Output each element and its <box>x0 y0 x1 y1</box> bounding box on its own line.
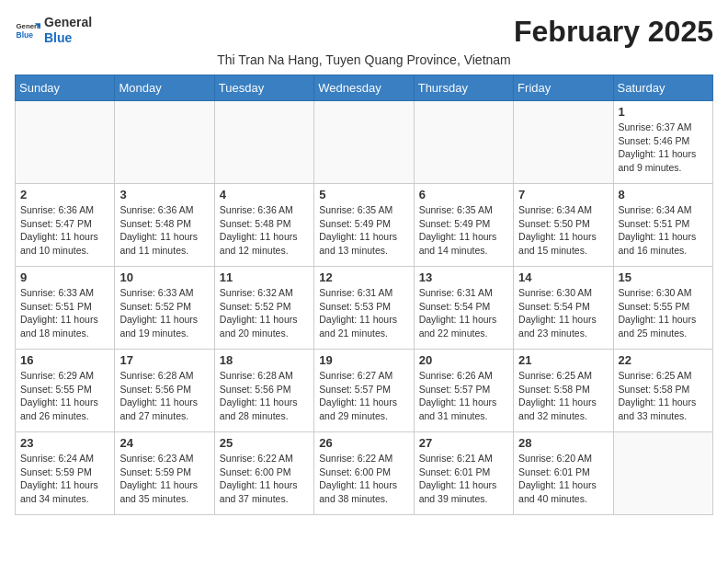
day-number: 24 <box>119 436 209 450</box>
day-number: 22 <box>619 353 708 367</box>
day-number: 4 <box>220 188 309 201</box>
calendar-cell <box>314 101 414 184</box>
calendar-cell: 15Sunrise: 6:30 AM Sunset: 5:55 PM Dayli… <box>613 267 712 350</box>
day-info: Sunrise: 6:32 AM Sunset: 5:52 PM Dayligh… <box>220 286 309 340</box>
day-info: Sunrise: 6:28 AM Sunset: 5:56 PM Dayligh… <box>220 369 309 423</box>
day-info: Sunrise: 6:23 AM Sunset: 5:59 PM Dayligh… <box>119 452 209 506</box>
header-thursday: Thursday <box>414 75 513 101</box>
calendar-cell: 2Sunrise: 6:36 AM Sunset: 5:47 PM Daylig… <box>16 184 115 267</box>
calendar-cell <box>414 101 513 184</box>
day-info: Sunrise: 6:25 AM Sunset: 5:58 PM Dayligh… <box>619 369 708 423</box>
header-friday: Friday <box>514 75 613 101</box>
day-number: 26 <box>319 436 408 450</box>
day-info: Sunrise: 6:22 AM Sunset: 6:00 PM Dayligh… <box>319 452 408 506</box>
calendar-cell: 20Sunrise: 6:26 AM Sunset: 5:57 PM Dayli… <box>414 350 513 432</box>
day-info: Sunrise: 6:20 AM Sunset: 6:01 PM Dayligh… <box>518 452 608 506</box>
day-number: 13 <box>419 270 508 284</box>
day-info: Sunrise: 6:35 AM Sunset: 5:49 PM Dayligh… <box>319 203 408 258</box>
day-number: 3 <box>119 188 209 201</box>
day-info: Sunrise: 6:33 AM Sunset: 5:51 PM Dayligh… <box>20 286 109 340</box>
week-row-3: 9Sunrise: 6:33 AM Sunset: 5:51 PM Daylig… <box>16 267 713 350</box>
day-number: 18 <box>220 353 309 367</box>
calendar-cell: 28Sunrise: 6:20 AM Sunset: 6:01 PM Dayli… <box>514 432 613 515</box>
calendar-cell: 12Sunrise: 6:31 AM Sunset: 5:53 PM Dayli… <box>314 267 414 350</box>
day-info: Sunrise: 6:29 AM Sunset: 5:55 PM Dayligh… <box>20 369 109 423</box>
calendar-cell: 16Sunrise: 6:29 AM Sunset: 5:55 PM Dayli… <box>16 350 115 432</box>
calendar: SundayMondayTuesdayWednesdayThursdayFrid… <box>15 75 713 515</box>
week-row-4: 16Sunrise: 6:29 AM Sunset: 5:55 PM Dayli… <box>16 350 713 432</box>
day-number: 28 <box>518 436 608 450</box>
calendar-cell: 13Sunrise: 6:31 AM Sunset: 5:54 PM Dayli… <box>414 267 513 350</box>
day-number: 8 <box>619 188 708 201</box>
day-info: Sunrise: 6:35 AM Sunset: 5:49 PM Dayligh… <box>419 203 508 258</box>
calendar-cell: 14Sunrise: 6:30 AM Sunset: 5:54 PM Dayli… <box>514 267 613 350</box>
week-row-5: 23Sunrise: 6:24 AM Sunset: 5:59 PM Dayli… <box>16 432 713 515</box>
day-number: 7 <box>518 188 608 201</box>
header-saturday: Saturday <box>613 75 712 101</box>
calendar-cell: 7Sunrise: 6:34 AM Sunset: 5:50 PM Daylig… <box>514 184 613 267</box>
logo-general: General <box>44 15 92 29</box>
logo-icon: General Blue <box>15 17 40 43</box>
day-number: 6 <box>419 188 508 201</box>
day-number: 27 <box>419 436 508 450</box>
month-title: February 2025 <box>514 15 713 49</box>
day-info: Sunrise: 6:34 AM Sunset: 5:50 PM Dayligh… <box>518 203 608 258</box>
calendar-cell <box>115 101 214 184</box>
logo-blue: Blue <box>44 30 72 45</box>
logo: General Blue General Blue <box>15 15 92 46</box>
calendar-cell: 3Sunrise: 6:36 AM Sunset: 5:48 PM Daylig… <box>115 184 214 267</box>
header-tuesday: Tuesday <box>214 75 313 101</box>
day-number: 23 <box>20 436 109 450</box>
week-row-1: 1Sunrise: 6:37 AM Sunset: 5:46 PM Daylig… <box>16 101 713 184</box>
day-info: Sunrise: 6:34 AM Sunset: 5:51 PM Dayligh… <box>619 203 708 258</box>
week-row-2: 2Sunrise: 6:36 AM Sunset: 5:47 PM Daylig… <box>16 184 713 267</box>
calendar-cell: 5Sunrise: 6:35 AM Sunset: 5:49 PM Daylig… <box>314 184 414 267</box>
day-number: 17 <box>119 353 209 367</box>
header-wednesday: Wednesday <box>314 75 414 101</box>
day-info: Sunrise: 6:30 AM Sunset: 5:55 PM Dayligh… <box>619 286 708 340</box>
day-number: 9 <box>20 270 109 284</box>
day-info: Sunrise: 6:30 AM Sunset: 5:54 PM Dayligh… <box>518 286 608 340</box>
calendar-cell: 27Sunrise: 6:21 AM Sunset: 6:01 PM Dayli… <box>414 432 513 515</box>
day-info: Sunrise: 6:31 AM Sunset: 5:53 PM Dayligh… <box>319 286 408 340</box>
day-number: 1 <box>619 105 708 119</box>
day-number: 11 <box>220 270 309 284</box>
day-number: 10 <box>119 270 209 284</box>
calendar-cell: 11Sunrise: 6:32 AM Sunset: 5:52 PM Dayli… <box>214 267 313 350</box>
day-number: 20 <box>419 353 508 367</box>
day-number: 5 <box>319 188 408 201</box>
calendar-cell <box>613 432 712 515</box>
day-info: Sunrise: 6:25 AM Sunset: 5:58 PM Dayligh… <box>518 369 608 423</box>
calendar-cell: 8Sunrise: 6:34 AM Sunset: 5:51 PM Daylig… <box>613 184 712 267</box>
day-number: 25 <box>220 436 309 450</box>
calendar-cell: 21Sunrise: 6:25 AM Sunset: 5:58 PM Dayli… <box>514 350 613 432</box>
day-info: Sunrise: 6:36 AM Sunset: 5:47 PM Dayligh… <box>20 203 109 258</box>
calendar-cell: 9Sunrise: 6:33 AM Sunset: 5:51 PM Daylig… <box>16 267 115 350</box>
day-number: 21 <box>518 353 608 367</box>
day-number: 14 <box>518 270 608 284</box>
calendar-cell: 10Sunrise: 6:33 AM Sunset: 5:52 PM Dayli… <box>115 267 214 350</box>
calendar-cell: 19Sunrise: 6:27 AM Sunset: 5:57 PM Dayli… <box>314 350 414 432</box>
day-info: Sunrise: 6:36 AM Sunset: 5:48 PM Dayligh… <box>119 203 209 258</box>
subtitle: Thi Tran Na Hang, Tuyen Quang Province, … <box>15 52 713 67</box>
calendar-cell: 6Sunrise: 6:35 AM Sunset: 5:49 PM Daylig… <box>414 184 513 267</box>
calendar-cell: 25Sunrise: 6:22 AM Sunset: 6:00 PM Dayli… <box>214 432 313 515</box>
calendar-cell: 4Sunrise: 6:36 AM Sunset: 5:48 PM Daylig… <box>214 184 313 267</box>
day-info: Sunrise: 6:24 AM Sunset: 5:59 PM Dayligh… <box>20 452 109 506</box>
day-info: Sunrise: 6:28 AM Sunset: 5:56 PM Dayligh… <box>119 369 209 423</box>
day-info: Sunrise: 6:36 AM Sunset: 5:48 PM Dayligh… <box>220 203 309 258</box>
day-info: Sunrise: 6:27 AM Sunset: 5:57 PM Dayligh… <box>319 369 408 423</box>
calendar-cell: 17Sunrise: 6:28 AM Sunset: 5:56 PM Dayli… <box>115 350 214 432</box>
calendar-cell <box>214 101 313 184</box>
logo-text: General Blue <box>44 15 92 46</box>
day-info: Sunrise: 6:33 AM Sunset: 5:52 PM Dayligh… <box>119 286 209 340</box>
day-number: 19 <box>319 353 408 367</box>
header-sunday: Sunday <box>16 75 115 101</box>
calendar-cell: 22Sunrise: 6:25 AM Sunset: 5:58 PM Dayli… <box>613 350 712 432</box>
calendar-cell <box>514 101 613 184</box>
calendar-cell: 1Sunrise: 6:37 AM Sunset: 5:46 PM Daylig… <box>613 101 712 184</box>
day-info: Sunrise: 6:31 AM Sunset: 5:54 PM Dayligh… <box>419 286 508 340</box>
day-number: 15 <box>619 270 708 284</box>
calendar-cell: 24Sunrise: 6:23 AM Sunset: 5:59 PM Dayli… <box>115 432 214 515</box>
calendar-cell: 26Sunrise: 6:22 AM Sunset: 6:00 PM Dayli… <box>314 432 414 515</box>
